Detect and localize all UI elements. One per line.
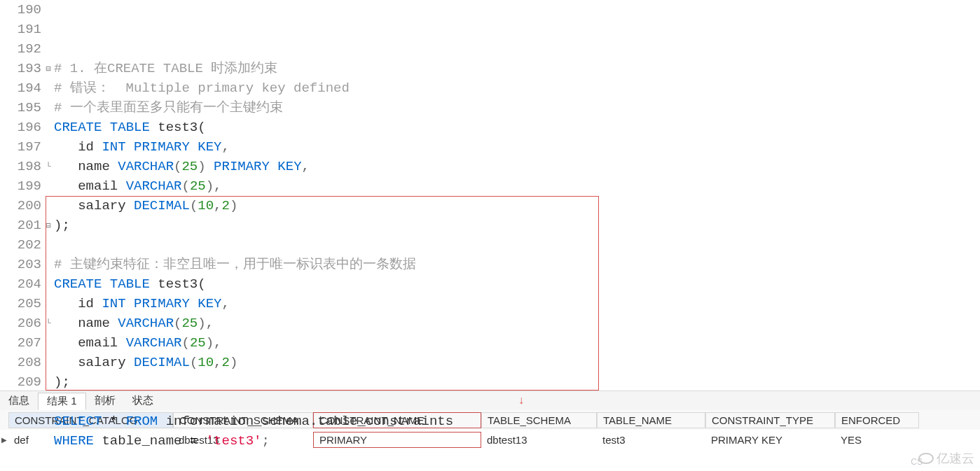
code-line[interactable]: # 主键约束特征：非空且唯一，用于唯一标识表中的一条数据 [54, 255, 980, 274]
line-number: 199 [0, 176, 41, 196]
fold-open-icon[interactable]: ⊟ [44, 59, 53, 78]
line-number: 193 [0, 59, 41, 78]
cloud-icon [918, 453, 934, 464]
fold-end-icon: └ [44, 314, 53, 333]
code-line[interactable]: email VARCHAR(25), [54, 176, 980, 196]
code-line[interactable]: CREATE TABLE test3( [54, 118, 980, 137]
line-number: 196 [0, 118, 41, 137]
code-line[interactable]: name VARCHAR(25), [54, 314, 980, 333]
line-number: 208 [0, 353, 41, 372]
line-number: 203 [0, 255, 41, 274]
tab-1[interactable]: 结果 1 [38, 393, 86, 410]
line-number: 198 [0, 157, 41, 176]
code-line[interactable]: name VARCHAR(25) PRIMARY KEY, [54, 157, 980, 176]
code-line[interactable]: CREATE TABLE test3( [54, 274, 980, 294]
code-line[interactable]: # 错误： Multiple primary key defined [54, 78, 980, 98]
line-number: 197 [0, 137, 41, 157]
line-number: 205 [0, 294, 41, 314]
code-line[interactable]: SELECT * FROM information_schema.table_c… [54, 412, 980, 431]
line-number: 201 [0, 216, 41, 235]
code-line[interactable]: WHERE table_name = 'test3'; [54, 431, 980, 451]
code-line[interactable]: # 一个表里面至多只能有一个主键约束 [54, 98, 980, 118]
watermark-text: 亿速云 [937, 450, 974, 467]
tab-0[interactable]: 信息 [0, 393, 38, 409]
line-number-gutter: 1901911921931941951961971981992002012022… [0, 0, 46, 391]
code-line[interactable]: # 1. 在CREATE TABLE 时添加约束 [54, 59, 980, 78]
code-line[interactable] [54, 235, 980, 255]
line-number: 206 [0, 314, 41, 333]
line-number: 190 [0, 0, 41, 20]
line-number: 207 [0, 333, 41, 353]
arrow-down-icon: ↓ [518, 394, 524, 407]
line-number: 204 [0, 274, 41, 294]
fold-open-icon[interactable]: ⊟ [44, 216, 53, 235]
code-line[interactable]: ); [54, 372, 980, 392]
line-number: 200 [0, 196, 41, 216]
code-line[interactable]: ); [54, 216, 980, 235]
line-number: 191 [0, 20, 41, 39]
code-editor[interactable]: 1901911921931941951961971981992002012022… [0, 0, 980, 391]
line-number: 202 [0, 235, 41, 255]
tab-2[interactable]: 剖析 [86, 393, 124, 409]
line-number: 209 [0, 372, 41, 392]
line-number: 192 [0, 39, 41, 59]
code-line[interactable]: salary DECIMAL(10,2) [54, 353, 980, 372]
code-line[interactable]: salary DECIMAL(10,2) [54, 196, 980, 216]
code-line[interactable]: email VARCHAR(25), [54, 333, 980, 353]
tab-3[interactable]: 状态 [124, 393, 162, 409]
results-tab-bar: 信息结果 1剖析状态↓ [0, 391, 980, 410]
row-indicator-icon: ▶ [0, 436, 8, 444]
fold-end-icon: └ [44, 157, 53, 176]
code-line[interactable]: id INT PRIMARY KEY, [54, 294, 980, 314]
code-line[interactable]: id INT PRIMARY KEY, [54, 137, 980, 157]
line-number: 194 [0, 78, 41, 98]
fold-column: ⊟└⊟└ [46, 0, 53, 391]
watermark: 亿速云 [918, 450, 974, 467]
line-number: 195 [0, 98, 41, 118]
code-content[interactable]: # 1. 在CREATE TABLE 时添加约束# 错误： Multiple p… [53, 0, 980, 391]
